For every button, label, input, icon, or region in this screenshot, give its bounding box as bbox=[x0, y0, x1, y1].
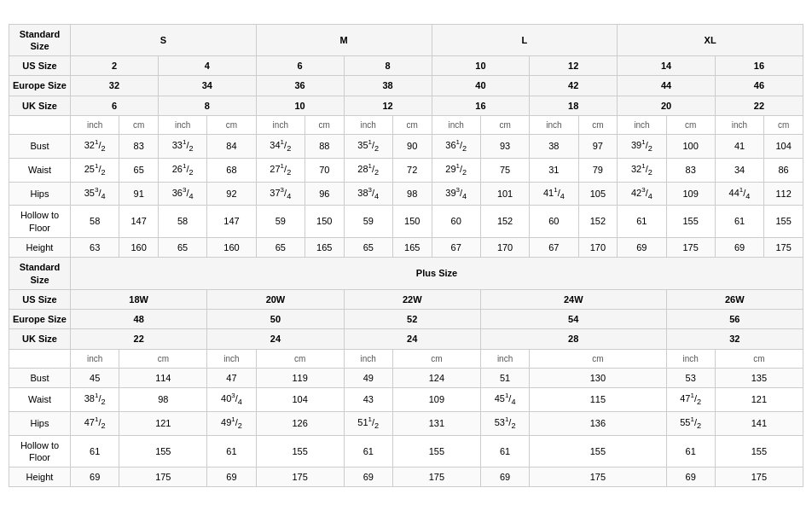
hips-bottom-label: Hips bbox=[9, 411, 71, 435]
eu-38: 38 bbox=[344, 76, 432, 96]
unit-inch-7: inch bbox=[618, 116, 666, 135]
uk-12: 12 bbox=[344, 96, 432, 115]
europe-size-label: Europe Size bbox=[9, 76, 71, 96]
height-65b: 65 bbox=[256, 237, 304, 257]
uk-8: 8 bbox=[158, 96, 256, 115]
b-waist-38half: 381/2 bbox=[71, 388, 119, 412]
standard-size-label: StandardSize bbox=[9, 24, 71, 56]
b-waist-98: 98 bbox=[119, 388, 207, 412]
bust-34half: 341/2 bbox=[256, 135, 304, 159]
b-hips-49half: 491/2 bbox=[207, 411, 256, 435]
waist-72: 72 bbox=[392, 158, 432, 182]
b-waist-115: 115 bbox=[530, 388, 666, 412]
us-size-8: 8 bbox=[344, 56, 432, 76]
b-hips-141: 141 bbox=[715, 411, 803, 435]
us-size-4: 4 bbox=[158, 56, 256, 76]
b-htf-155c: 155 bbox=[392, 435, 480, 467]
b-waist-40-3-4: 403/4 bbox=[207, 388, 256, 412]
bust-83: 83 bbox=[119, 135, 159, 159]
hips-112: 112 bbox=[764, 182, 803, 206]
b-htf-61c: 61 bbox=[344, 435, 392, 467]
uk-22b: 22 bbox=[71, 329, 207, 349]
b-htf-61d: 61 bbox=[480, 435, 529, 467]
b-waist-43: 43 bbox=[344, 388, 392, 412]
height-170b: 170 bbox=[578, 237, 618, 257]
plus-size-header: Plus Size bbox=[71, 258, 803, 290]
hips-91: 91 bbox=[119, 182, 159, 206]
us-size-14: 14 bbox=[618, 56, 716, 76]
hips-label: Hips bbox=[9, 182, 71, 206]
waist-83: 83 bbox=[666, 158, 715, 182]
bust-90: 90 bbox=[392, 135, 432, 159]
waist-bottom-label: Waist bbox=[9, 388, 71, 412]
waist-70: 70 bbox=[304, 158, 344, 182]
b-hips-121: 121 bbox=[119, 411, 207, 435]
htf-58a: 58 bbox=[71, 206, 119, 238]
htf-152b: 152 bbox=[578, 206, 618, 238]
us-20w: 20W bbox=[207, 289, 344, 309]
unit-cm-2: cm bbox=[207, 116, 256, 135]
waist-27half: 271/2 bbox=[256, 158, 304, 182]
htf-150b: 150 bbox=[392, 206, 432, 238]
b-htf-155e: 155 bbox=[715, 435, 803, 467]
bust-88: 88 bbox=[304, 135, 344, 159]
unit-cm-7: cm bbox=[666, 116, 715, 135]
unit-cm-1: cm bbox=[119, 116, 159, 135]
htf-58b: 58 bbox=[158, 206, 206, 238]
htf-150a: 150 bbox=[304, 206, 344, 238]
b-height-175a: 175 bbox=[119, 467, 207, 487]
waist-32half: 321/2 bbox=[618, 158, 666, 182]
hips-109: 109 bbox=[666, 182, 715, 206]
hips-44-1-4: 441/4 bbox=[715, 182, 763, 206]
b-unit-inch-3: inch bbox=[344, 349, 392, 368]
eu-48: 48 bbox=[71, 310, 207, 329]
b-bust-45: 45 bbox=[71, 368, 119, 387]
b-bust-135: 135 bbox=[715, 368, 803, 387]
hips-96: 96 bbox=[304, 182, 344, 206]
b-height-69e: 69 bbox=[666, 467, 715, 487]
hips-105: 105 bbox=[578, 182, 618, 206]
b-htf-61e: 61 bbox=[666, 435, 715, 467]
uk-24b: 24 bbox=[344, 329, 480, 349]
hips-36-3-4: 363/4 bbox=[158, 182, 206, 206]
unit-inch-8: inch bbox=[715, 116, 763, 135]
us-size-10: 10 bbox=[432, 56, 530, 76]
height-63: 63 bbox=[71, 237, 119, 257]
us-size-6: 6 bbox=[256, 56, 344, 76]
eu-40: 40 bbox=[432, 76, 530, 96]
htf-61b: 61 bbox=[715, 206, 763, 238]
waist-31: 31 bbox=[530, 158, 578, 182]
b-hips-131: 131 bbox=[392, 411, 480, 435]
b-waist-45-1-4: 451/4 bbox=[480, 388, 529, 412]
uk-20: 20 bbox=[618, 96, 716, 115]
b-height-175d: 175 bbox=[530, 467, 666, 487]
waist-86: 86 bbox=[764, 158, 803, 182]
htf-59b: 59 bbox=[344, 206, 392, 238]
b-htf-155d: 155 bbox=[530, 435, 666, 467]
b-height-175c: 175 bbox=[392, 467, 480, 487]
b-bust-49: 49 bbox=[344, 368, 392, 387]
us-size-label: US Size bbox=[9, 56, 71, 76]
height-69b: 69 bbox=[715, 237, 763, 257]
b-height-69a: 69 bbox=[71, 467, 119, 487]
b-waist-121: 121 bbox=[715, 388, 803, 412]
unit-cm-8: cm bbox=[764, 116, 803, 135]
eu-46: 46 bbox=[715, 76, 803, 96]
bust-36half: 361/2 bbox=[432, 135, 480, 159]
htf-155a: 155 bbox=[666, 206, 715, 238]
uk-24a: 24 bbox=[207, 329, 344, 349]
unit-inch-3: inch bbox=[256, 116, 304, 135]
s-header: S bbox=[71, 24, 257, 56]
b-htf-61b: 61 bbox=[207, 435, 256, 467]
b-unit-inch-4: inch bbox=[480, 349, 529, 368]
htf-147a: 147 bbox=[119, 206, 159, 238]
height-bottom-label: Height bbox=[9, 467, 71, 487]
unit-inch-5: inch bbox=[432, 116, 480, 135]
height-69a: 69 bbox=[618, 237, 666, 257]
unit-cm-5: cm bbox=[480, 116, 529, 135]
waist-68: 68 bbox=[207, 158, 256, 182]
height-160a: 160 bbox=[119, 237, 159, 257]
b-hips-136: 136 bbox=[530, 411, 666, 435]
uk-16: 16 bbox=[432, 96, 530, 115]
uk-size-bottom-label: UK Size bbox=[9, 329, 71, 349]
